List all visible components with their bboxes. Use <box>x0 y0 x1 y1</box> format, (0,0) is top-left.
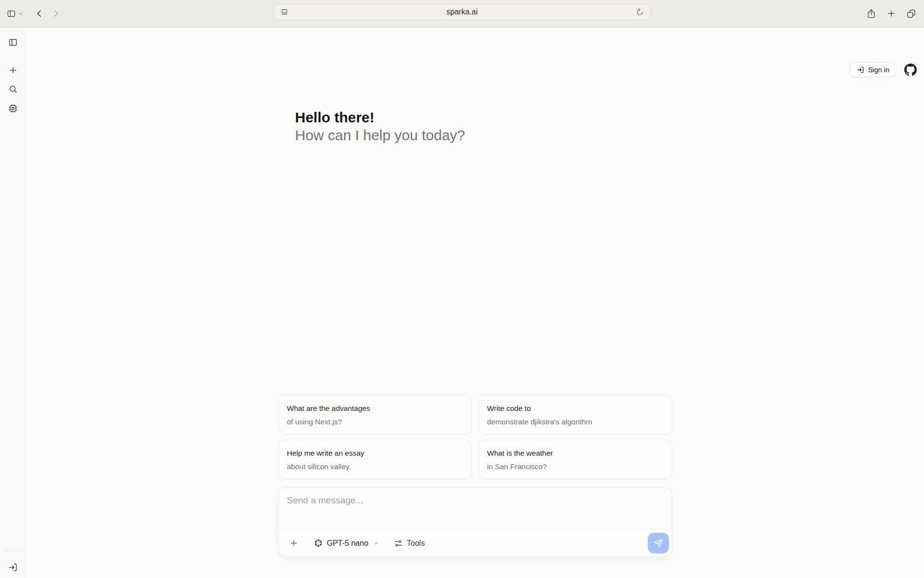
suggestion-card[interactable]: Write code to demonstrate djikstra's alg… <box>478 395 672 434</box>
send-button[interactable] <box>648 533 669 553</box>
app-sidebar-rail <box>0 27 26 578</box>
tools-button[interactable]: Tools <box>391 536 427 551</box>
new-chat-plus-icon <box>8 66 18 75</box>
suggestion-card[interactable]: What is the weather in San Francisco? <box>478 440 672 479</box>
attach-button[interactable] <box>286 536 301 551</box>
sign-in-label: Sign in <box>868 66 889 74</box>
back-button[interactable] <box>35 9 44 18</box>
address-bar[interactable]: sparka.ai <box>273 4 651 20</box>
model-selector-button[interactable]: GPT-5 nano <box>311 536 383 551</box>
attach-plus-icon <box>289 539 298 548</box>
suggestion-subtitle: of using Next.js? <box>287 417 463 427</box>
share-button[interactable] <box>866 9 876 19</box>
new-tab-button[interactable] <box>886 9 896 18</box>
page-menu-icon[interactable] <box>279 8 290 16</box>
sidebar-collapse-button[interactable] <box>5 34 21 51</box>
suggestion-subtitle: about silicon valley <box>287 461 463 472</box>
suggestion-subtitle: in San Francisco? <box>487 461 664 472</box>
forward-button[interactable] <box>51 9 61 18</box>
tools-sliders-icon <box>394 539 403 548</box>
main-panel: Sign in Hello there! How can I help you … <box>26 27 924 578</box>
chat-content: Hello there! How can I help you today? W… <box>278 27 672 578</box>
message-input[interactable] <box>279 487 672 529</box>
auth-cluster: Sign in <box>850 62 917 77</box>
search-chats-button[interactable] <box>5 81 21 97</box>
openai-logo-icon <box>314 539 323 548</box>
reload-icon[interactable] <box>634 8 645 16</box>
sidebar-toggle-icon <box>7 9 16 18</box>
tab-overview-icon <box>906 9 916 19</box>
app-window: Sign in Hello there! How can I help you … <box>0 27 924 578</box>
chrome-nav-cluster <box>7 0 61 27</box>
send-icon <box>654 539 663 548</box>
cpu-models-icon <box>8 104 18 113</box>
suggestion-grid: What are the advantages of using Next.js… <box>278 395 672 479</box>
url-text[interactable]: sparka.ai <box>290 8 634 16</box>
suggestion-title: Write code to <box>487 403 664 413</box>
models-button[interactable] <box>5 100 21 117</box>
greeting: Hello there! How can I help you today? <box>278 108 672 144</box>
model-label: GPT-5 nano <box>327 539 368 548</box>
share-icon <box>866 9 876 19</box>
suggestion-title: Help me write an essay <box>287 448 463 458</box>
back-icon <box>35 9 44 18</box>
suggestion-title: What is the weather <box>487 448 664 458</box>
greeting-title: Hello there! <box>295 108 672 126</box>
suggestion-title: What are the advantages <box>287 403 463 413</box>
composer-toolbar: GPT-5 nano Tools <box>279 529 672 557</box>
sidebar-toggle-button[interactable] <box>7 9 16 18</box>
search-icon <box>8 84 18 94</box>
log-in-icon <box>857 66 864 74</box>
log-in-icon <box>8 563 18 572</box>
suggestion-subtitle: demonstrate djikstra's algorithm <box>487 417 664 427</box>
browser-chrome: sparka.ai <box>0 0 924 27</box>
sign-in-button[interactable]: Sign in <box>850 62 896 77</box>
suggestion-card[interactable]: Help me write an essay about silicon val… <box>278 440 472 479</box>
rail-sign-in-button[interactable] <box>5 559 21 576</box>
tab-overview-button[interactable] <box>906 9 916 19</box>
chevron-up-icon <box>373 540 380 547</box>
chrome-action-cluster <box>866 0 916 27</box>
message-composer: GPT-5 nano Tools <box>278 487 672 557</box>
rail-divider <box>4 551 22 551</box>
forward-icon <box>51 9 61 18</box>
panel-left-icon <box>8 38 18 47</box>
new-tab-icon <box>886 9 896 18</box>
new-chat-button[interactable] <box>5 62 21 79</box>
suggestion-card[interactable]: What are the advantages of using Next.js… <box>278 395 472 434</box>
tools-label: Tools <box>407 539 424 548</box>
chevron-down-icon <box>18 11 23 16</box>
github-icon[interactable] <box>904 64 917 76</box>
tab-group-chevron-button[interactable] <box>18 11 23 16</box>
greeting-subtitle: How can I help you today? <box>295 126 672 144</box>
